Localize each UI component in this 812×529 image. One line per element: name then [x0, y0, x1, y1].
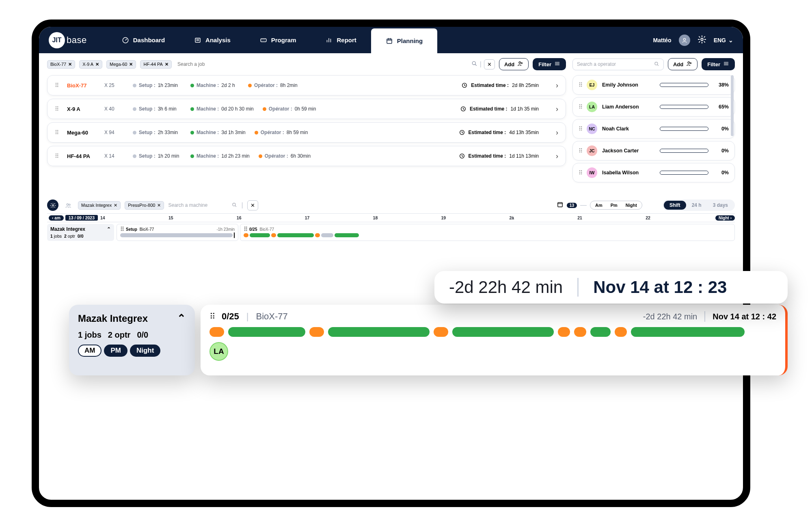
drag-handle-icon[interactable]: ⠿ — [55, 129, 58, 136]
chevron-right-icon[interactable]: › — [556, 105, 558, 113]
clear-machine-search[interactable]: ✕ — [247, 200, 258, 210]
job-chip[interactable]: Mega-60✕ — [106, 60, 136, 69]
operator-search-input[interactable]: Search a operator — [572, 59, 664, 70]
drag-handle-icon[interactable]: ⠿ — [55, 106, 58, 112]
expanded-lane-callout: Mazak Integrex ⌃ 1 jobs 2 optr 0/0 AM PM… — [69, 305, 788, 375]
nav-analysis[interactable]: Analysis — [179, 27, 245, 53]
search-icon[interactable] — [471, 60, 477, 68]
operator-row[interactable]: ⠿ IW Isabella Wilson 0% — [572, 163, 735, 182]
drag-handle-icon[interactable]: ⠿ — [55, 153, 58, 159]
jobs-toolbar: BioX-77✕ X-9 A✕ Mega-60✕ HF-44 PA✕ | ✕ A… — [47, 58, 566, 70]
calendar-icon[interactable] — [557, 201, 564, 210]
filter-jobs-button[interactable]: Filter — [533, 58, 566, 70]
clock-icon — [461, 82, 468, 89]
add-operator-button[interactable]: Add — [668, 58, 698, 70]
drag-handle-icon[interactable]: ⠿ — [579, 147, 582, 154]
ruler-ticks: 1415161718192à2122 — [100, 215, 714, 220]
drag-handle-icon[interactable]: ⠿ — [579, 82, 582, 88]
chevron-right-icon[interactable]: › — [556, 128, 558, 137]
job-card[interactable]: ⠿ HF-44 PA X 14 Setup : 1h 20 min Machin… — [47, 146, 566, 166]
jobs-column: BioX-77✕ X-9 A✕ Mega-60✕ HF-44 PA✕ | ✕ A… — [47, 58, 566, 182]
people-icon[interactable] — [63, 199, 74, 211]
nav-label: Planning — [397, 37, 423, 44]
view-toggle[interactable]: Shift 24 h 3 days — [663, 199, 735, 211]
operator-row[interactable]: ⠿ LA Liam Anderson 65% — [572, 97, 735, 117]
job-qty: X 40 — [104, 106, 124, 112]
nav-dashboard[interactable]: Dashboard — [107, 27, 179, 53]
job-card[interactable]: ⠿ BioX-77 X 25 Setup : 1h 23min Machine … — [47, 75, 566, 95]
ruler-right-cap[interactable]: Night› — [715, 215, 735, 221]
machine-chip[interactable]: Mazak Integrex✕ — [78, 201, 121, 210]
job-chip[interactable]: HF-44 PA✕ — [140, 60, 171, 69]
operator-row[interactable]: ⠿ JC Jackson Carter 0% — [572, 141, 735, 160]
shift-pills[interactable]: Am Pm Night — [590, 201, 642, 210]
add-job-button[interactable]: Add — [499, 58, 529, 70]
shift-pill-night[interactable]: Night — [130, 345, 160, 357]
clear-search-button[interactable]: ✕ — [484, 59, 495, 69]
ruler-left-cap[interactable]: ‹am — [49, 215, 64, 221]
progress-count: 0/25 — [222, 311, 239, 322]
operator-row[interactable]: ⠿ EJ Emily Johnson 38% — [572, 75, 735, 95]
job-card[interactable]: ⠿ X-9 A X 40 Setup : 3h 6 min Machine : … — [47, 99, 566, 119]
operator-list: ⠿ EJ Emily Johnson 38% ⠿ LA Liam Anderso… — [572, 75, 735, 182]
job-search-input[interactable] — [176, 60, 469, 69]
drag-handle-icon[interactable]: ⠿ — [244, 226, 247, 232]
operator-name: Liam Anderson — [602, 104, 655, 110]
drag-handle-icon[interactable]: ⠿ — [579, 169, 582, 176]
machine-label: Machine : — [197, 130, 219, 135]
svg-point-15 — [67, 204, 68, 205]
shift-pill-am[interactable]: AM — [78, 345, 102, 357]
operator-name: Isabella Wilson — [602, 170, 655, 176]
operator-name: Emily Johnson — [602, 82, 655, 88]
language-select[interactable]: ENG ⌄ — [714, 37, 733, 43]
chevron-right-icon[interactable]: › — [556, 81, 558, 90]
estimated-time: Estimated time : 1d 1h 35 min — [460, 106, 539, 112]
timeline-toolbar: Mazak Integrex✕ PressPro-800✕ Search a m… — [47, 199, 735, 211]
utilization-pct: 0% — [713, 148, 729, 154]
job-chip[interactable]: BioX-77✕ — [47, 60, 75, 69]
machine-chip[interactable]: PressPro-800✕ — [125, 201, 164, 210]
job-card[interactable]: ⠿ Mega-60 X 94 Setup : 2h 33min Machine … — [47, 122, 566, 143]
operator-label: Opérator : — [254, 82, 278, 88]
ruler-tick: 17 — [305, 215, 373, 220]
eta-time: Nov 14 at 12 : 42 — [713, 312, 776, 321]
close-icon[interactable]: ✕ — [114, 203, 117, 208]
close-icon[interactable]: ✕ — [68, 62, 72, 67]
machine-search-input[interactable]: Search a machine — [168, 202, 237, 209]
nav-planning[interactable]: Planning — [371, 28, 437, 53]
chevron-up-icon[interactable]: ⌃ — [177, 312, 186, 325]
chevron-up-icon[interactable]: ⌃ — [107, 226, 111, 232]
drag-handle-icon[interactable]: ⠿ — [55, 82, 58, 89]
chevron-right-icon[interactable]: › — [556, 152, 558, 160]
operator-row[interactable]: ⠿ NC Noah Clark 0% — [572, 119, 735, 139]
settings-icon[interactable] — [698, 35, 706, 46]
setup-label: Setup : — [139, 130, 155, 135]
scrollbar[interactable] — [731, 75, 734, 136]
svg-point-13 — [688, 62, 689, 63]
gear-icon[interactable] — [47, 199, 58, 211]
drag-handle-icon[interactable]: ⠿ — [209, 312, 214, 321]
filter-operators-button[interactable]: Filter — [702, 58, 735, 70]
run-block[interactable]: ⠿ 0/25 BioX-77 — [240, 224, 735, 241]
drag-handle-icon[interactable]: ⠿ — [120, 226, 123, 232]
close-icon[interactable]: ✕ — [165, 62, 168, 67]
close-icon[interactable]: ✕ — [95, 62, 99, 67]
drag-handle-icon[interactable]: ⠿ — [579, 126, 582, 132]
job-chip[interactable]: X-9 A✕ — [79, 60, 102, 69]
user-avatar[interactable] — [679, 35, 690, 46]
utilization-pct: 0% — [713, 126, 729, 132]
ruler-tick: 14 — [100, 215, 168, 220]
operator-avatar[interactable]: LA — [209, 342, 228, 361]
lane-main-card: ⠿ 0/25 | BioX-77 -2d 22h 42 min Nov 14 a… — [201, 305, 788, 375]
setup-label: Setup : — [139, 82, 155, 88]
close-icon[interactable]: ✕ — [129, 62, 133, 67]
drag-handle-icon[interactable]: ⠿ — [579, 104, 582, 110]
job-list: ⠿ BioX-77 X 25 Setup : 1h 23min Machine … — [47, 75, 566, 166]
topbar: JIT base Dashboard Analysis Program Repo… — [39, 27, 743, 53]
close-icon[interactable]: ✕ — [157, 203, 161, 208]
person-plus-icon — [686, 61, 692, 68]
nav-report[interactable]: Report — [311, 27, 371, 53]
nav-program[interactable]: Program — [245, 27, 311, 53]
shift-pill-pm[interactable]: PM — [104, 345, 127, 357]
setup-block[interactable]: ⠿ Setup BioX-77 -1h 23min — [117, 224, 238, 241]
